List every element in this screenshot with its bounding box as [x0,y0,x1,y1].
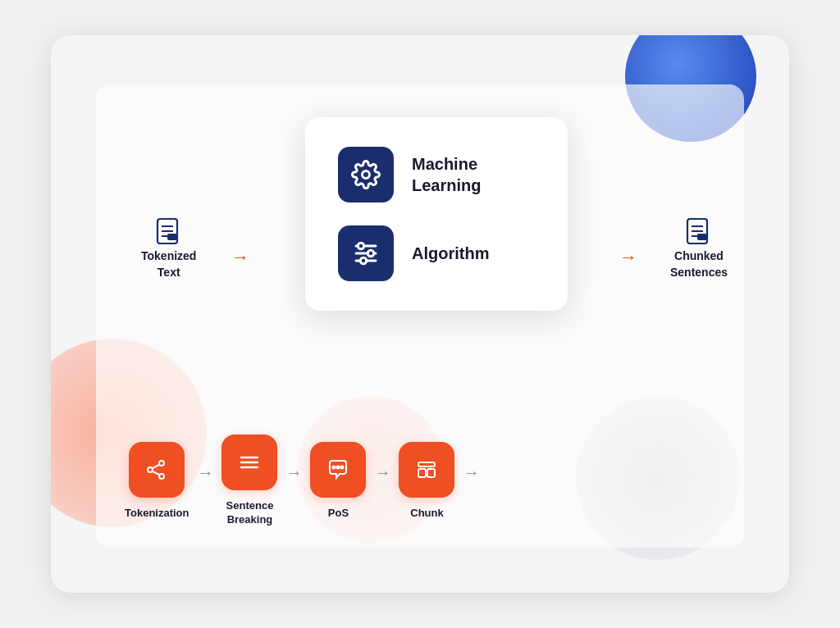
arrow-right: → [619,247,637,268]
svg-point-27 [341,466,344,468]
pipeline-arrow-2: → [285,463,302,498]
chunked-sentences-node: Chunked Sentences [670,216,728,280]
sentence-breaking-label: SentenceBreaking [226,498,274,527]
popup-card: Machine Learning Algorithm [305,117,568,311]
svg-rect-16 [697,234,707,240]
main-card: Machine Learning Algorithm [51,35,789,593]
pipeline-step-chunk: Chunk [399,442,454,521]
gear-icon [351,160,381,189]
tokenized-text-icon [153,216,185,248]
share-icon [144,457,170,483]
chunked-sentences-label: Chunked Sentences [670,248,728,280]
popup-item-ml: Machine Learning [338,147,535,203]
pipeline-step-pos: PoS [310,442,366,521]
svg-point-18 [159,474,164,479]
svg-rect-28 [418,462,435,466]
ml-label: Machine Learning [412,153,535,196]
chunked-sentences-icon [682,216,715,248]
svg-rect-29 [418,469,426,477]
algorithm-label: Algorithm [412,243,489,264]
algorithm-icon-box [338,225,394,281]
svg-rect-11 [167,234,177,240]
sliders-icon [351,239,381,268]
svg-point-5 [368,250,374,257]
pipeline-step-sentence-breaking: SentenceBreaking [221,435,277,527]
pipeline-arrow-1: → [197,463,213,498]
tokenized-text-node: Tokenized Text [141,216,196,280]
svg-point-6 [360,257,367,264]
pipeline-arrow-end: → [463,463,479,498]
menu-icon [236,449,262,476]
svg-line-20 [153,465,159,468]
ml-icon-box [338,147,394,203]
arrow-left: → [231,247,249,268]
svg-point-4 [358,243,364,249]
popup-item-algorithm: Algorithm [338,225,535,281]
pipeline-step-tokenization: Tokenization [125,442,189,521]
svg-point-0 [363,171,370,179]
pos-icon-box [310,442,366,498]
svg-point-17 [159,461,164,466]
chunk-label: Chunk [410,506,443,521]
svg-line-21 [153,471,159,475]
svg-rect-30 [427,469,435,477]
tokenization-icon-box [129,442,185,498]
pos-label: PoS [328,506,349,521]
svg-point-26 [337,466,340,468]
svg-point-19 [148,467,153,472]
chat-icon [325,457,351,483]
tokenized-text-label: Tokenized Text [141,248,196,280]
pipeline-arrow-3: → [374,463,390,498]
svg-point-25 [333,466,336,468]
sentence-breaking-icon-box [221,435,277,490]
chunk-icon-box [399,442,454,498]
tokenization-label: Tokenization [125,506,189,521]
grid-icon [413,457,440,483]
pipeline: Tokenization → SentenceBreaking → [125,435,479,527]
